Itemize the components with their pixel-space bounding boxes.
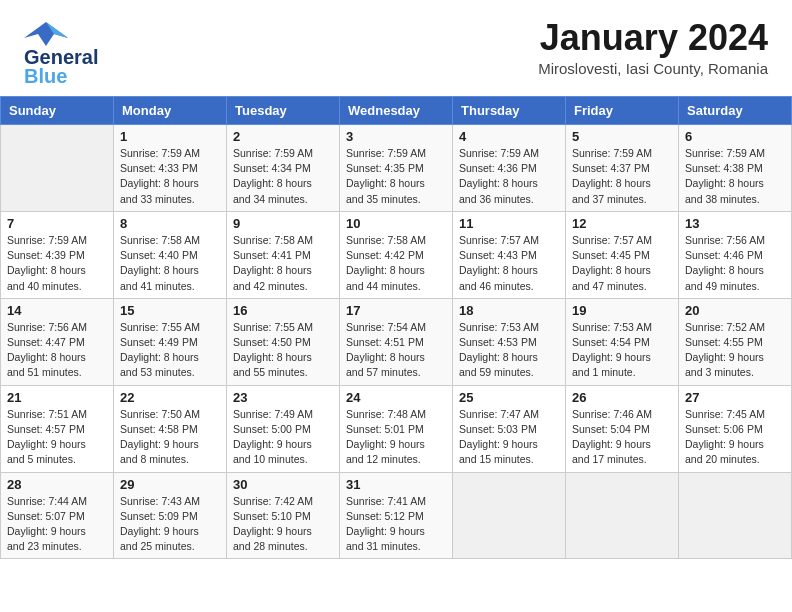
calendar-cell: [1, 125, 114, 212]
day-number: 10: [346, 216, 446, 231]
weekday-header-friday: Friday: [566, 97, 679, 125]
day-info: Sunrise: 7:53 AMSunset: 4:54 PMDaylight:…: [572, 320, 672, 381]
weekday-header-monday: Monday: [114, 97, 227, 125]
day-number: 1: [120, 129, 220, 144]
calendar-cell: 20Sunrise: 7:52 AMSunset: 4:55 PMDayligh…: [679, 298, 792, 385]
day-info: Sunrise: 7:43 AMSunset: 5:09 PMDaylight:…: [120, 494, 220, 555]
day-number: 24: [346, 390, 446, 405]
calendar-header: SundayMondayTuesdayWednesdayThursdayFrid…: [1, 97, 792, 125]
calendar-cell: 30Sunrise: 7:42 AMSunset: 5:10 PMDayligh…: [227, 472, 340, 559]
day-number: 30: [233, 477, 333, 492]
day-info: Sunrise: 7:41 AMSunset: 5:12 PMDaylight:…: [346, 494, 446, 555]
weekday-header-thursday: Thursday: [453, 97, 566, 125]
calendar-cell: 9Sunrise: 7:58 AMSunset: 4:41 PMDaylight…: [227, 211, 340, 298]
day-number: 26: [572, 390, 672, 405]
day-number: 3: [346, 129, 446, 144]
day-number: 13: [685, 216, 785, 231]
calendar-cell: 11Sunrise: 7:57 AMSunset: 4:43 PMDayligh…: [453, 211, 566, 298]
day-info: Sunrise: 7:55 AMSunset: 4:49 PMDaylight:…: [120, 320, 220, 381]
calendar-cell: 28Sunrise: 7:44 AMSunset: 5:07 PMDayligh…: [1, 472, 114, 559]
calendar-cell: 27Sunrise: 7:45 AMSunset: 5:06 PMDayligh…: [679, 385, 792, 472]
day-number: 7: [7, 216, 107, 231]
calendar-cell: 25Sunrise: 7:47 AMSunset: 5:03 PMDayligh…: [453, 385, 566, 472]
day-info: Sunrise: 7:59 AMSunset: 4:37 PMDaylight:…: [572, 146, 672, 207]
day-number: 11: [459, 216, 559, 231]
day-number: 29: [120, 477, 220, 492]
calendar-cell: 4Sunrise: 7:59 AMSunset: 4:36 PMDaylight…: [453, 125, 566, 212]
calendar-cell: 23Sunrise: 7:49 AMSunset: 5:00 PMDayligh…: [227, 385, 340, 472]
day-number: 4: [459, 129, 559, 144]
day-number: 16: [233, 303, 333, 318]
day-info: Sunrise: 7:59 AMSunset: 4:36 PMDaylight:…: [459, 146, 559, 207]
calendar-cell: 2Sunrise: 7:59 AMSunset: 4:34 PMDaylight…: [227, 125, 340, 212]
weekday-header-sunday: Sunday: [1, 97, 114, 125]
day-info: Sunrise: 7:55 AMSunset: 4:50 PMDaylight:…: [233, 320, 333, 381]
day-info: Sunrise: 7:50 AMSunset: 4:58 PMDaylight:…: [120, 407, 220, 468]
day-info: Sunrise: 7:47 AMSunset: 5:03 PMDaylight:…: [459, 407, 559, 468]
day-info: Sunrise: 7:46 AMSunset: 5:04 PMDaylight:…: [572, 407, 672, 468]
logo: General Blue: [24, 18, 98, 88]
day-info: Sunrise: 7:59 AMSunset: 4:39 PMDaylight:…: [7, 233, 107, 294]
weekday-header-tuesday: Tuesday: [227, 97, 340, 125]
weekday-header-saturday: Saturday: [679, 97, 792, 125]
calendar-cell: 18Sunrise: 7:53 AMSunset: 4:53 PMDayligh…: [453, 298, 566, 385]
calendar-cell: 10Sunrise: 7:58 AMSunset: 4:42 PMDayligh…: [340, 211, 453, 298]
weekday-header-wednesday: Wednesday: [340, 97, 453, 125]
day-info: Sunrise: 7:53 AMSunset: 4:53 PMDaylight:…: [459, 320, 559, 381]
calendar-cell: 14Sunrise: 7:56 AMSunset: 4:47 PMDayligh…: [1, 298, 114, 385]
calendar-cell: 19Sunrise: 7:53 AMSunset: 4:54 PMDayligh…: [566, 298, 679, 385]
day-info: Sunrise: 7:52 AMSunset: 4:55 PMDaylight:…: [685, 320, 785, 381]
day-number: 5: [572, 129, 672, 144]
day-info: Sunrise: 7:54 AMSunset: 4:51 PMDaylight:…: [346, 320, 446, 381]
calendar-cell: 29Sunrise: 7:43 AMSunset: 5:09 PMDayligh…: [114, 472, 227, 559]
calendar-cell: 17Sunrise: 7:54 AMSunset: 4:51 PMDayligh…: [340, 298, 453, 385]
day-info: Sunrise: 7:44 AMSunset: 5:07 PMDaylight:…: [7, 494, 107, 555]
calendar-cell: [453, 472, 566, 559]
calendar-cell: 3Sunrise: 7:59 AMSunset: 4:35 PMDaylight…: [340, 125, 453, 212]
calendar-cell: 1Sunrise: 7:59 AMSunset: 4:33 PMDaylight…: [114, 125, 227, 212]
day-info: Sunrise: 7:45 AMSunset: 5:06 PMDaylight:…: [685, 407, 785, 468]
day-number: 9: [233, 216, 333, 231]
calendar-cell: 5Sunrise: 7:59 AMSunset: 4:37 PMDaylight…: [566, 125, 679, 212]
calendar-table: SundayMondayTuesdayWednesdayThursdayFrid…: [0, 96, 792, 559]
day-number: 15: [120, 303, 220, 318]
calendar-cell: 16Sunrise: 7:55 AMSunset: 4:50 PMDayligh…: [227, 298, 340, 385]
day-number: 27: [685, 390, 785, 405]
day-info: Sunrise: 7:59 AMSunset: 4:33 PMDaylight:…: [120, 146, 220, 207]
day-info: Sunrise: 7:58 AMSunset: 4:40 PMDaylight:…: [120, 233, 220, 294]
day-number: 8: [120, 216, 220, 231]
calendar-cell: 22Sunrise: 7:50 AMSunset: 4:58 PMDayligh…: [114, 385, 227, 472]
calendar-cell: 13Sunrise: 7:56 AMSunset: 4:46 PMDayligh…: [679, 211, 792, 298]
day-number: 22: [120, 390, 220, 405]
day-number: 18: [459, 303, 559, 318]
calendar-cell: 7Sunrise: 7:59 AMSunset: 4:39 PMDaylight…: [1, 211, 114, 298]
day-number: 17: [346, 303, 446, 318]
calendar-cell: 31Sunrise: 7:41 AMSunset: 5:12 PMDayligh…: [340, 472, 453, 559]
calendar-cell: [679, 472, 792, 559]
logo-blue: Blue: [24, 65, 98, 88]
calendar-cell: 24Sunrise: 7:48 AMSunset: 5:01 PMDayligh…: [340, 385, 453, 472]
day-info: Sunrise: 7:59 AMSunset: 4:38 PMDaylight:…: [685, 146, 785, 207]
calendar-cell: 15Sunrise: 7:55 AMSunset: 4:49 PMDayligh…: [114, 298, 227, 385]
day-info: Sunrise: 7:42 AMSunset: 5:10 PMDaylight:…: [233, 494, 333, 555]
day-number: 28: [7, 477, 107, 492]
day-info: Sunrise: 7:59 AMSunset: 4:35 PMDaylight:…: [346, 146, 446, 207]
day-number: 25: [459, 390, 559, 405]
day-info: Sunrise: 7:51 AMSunset: 4:57 PMDaylight:…: [7, 407, 107, 468]
calendar-cell: [566, 472, 679, 559]
day-number: 23: [233, 390, 333, 405]
month-title: January 2024: [538, 18, 768, 58]
calendar-cell: 6Sunrise: 7:59 AMSunset: 4:38 PMDaylight…: [679, 125, 792, 212]
day-info: Sunrise: 7:58 AMSunset: 4:42 PMDaylight:…: [346, 233, 446, 294]
day-number: 20: [685, 303, 785, 318]
location-text: Miroslovesti, Iasi County, Romania: [538, 60, 768, 77]
day-info: Sunrise: 7:58 AMSunset: 4:41 PMDaylight:…: [233, 233, 333, 294]
day-info: Sunrise: 7:59 AMSunset: 4:34 PMDaylight:…: [233, 146, 333, 207]
title-block: January 2024 Miroslovesti, Iasi County, …: [538, 18, 768, 77]
calendar-cell: 8Sunrise: 7:58 AMSunset: 4:40 PMDaylight…: [114, 211, 227, 298]
day-info: Sunrise: 7:56 AMSunset: 4:46 PMDaylight:…: [685, 233, 785, 294]
day-info: Sunrise: 7:48 AMSunset: 5:01 PMDaylight:…: [346, 407, 446, 468]
day-number: 6: [685, 129, 785, 144]
day-number: 19: [572, 303, 672, 318]
day-info: Sunrise: 7:49 AMSunset: 5:00 PMDaylight:…: [233, 407, 333, 468]
